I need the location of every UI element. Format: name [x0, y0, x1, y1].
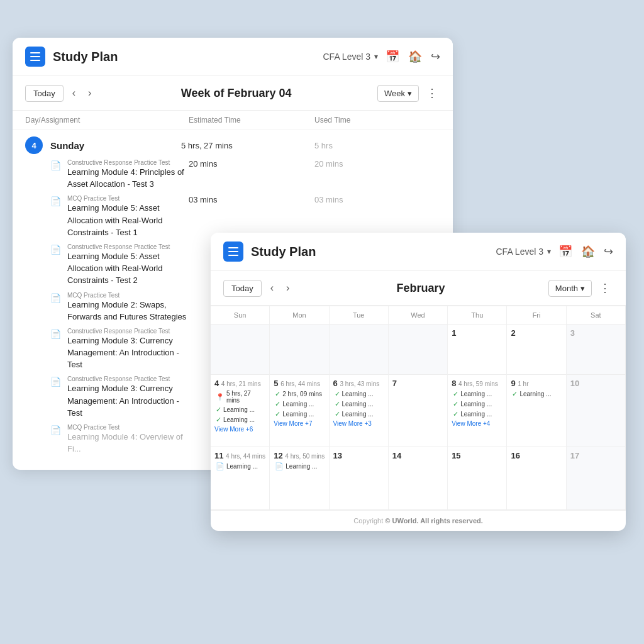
weekday-thu: Thu — [448, 306, 507, 325]
view-more-button[interactable]: View More +3 — [333, 420, 384, 427]
event-label: Learning ... — [223, 416, 255, 423]
logout-icon[interactable]: ↪ — [431, 50, 440, 64]
day-number: 17 — [570, 451, 621, 460]
check-icon: ✓ — [216, 406, 221, 414]
assignment-name[interactable]: Learning Module 3: Currency Management: … — [67, 384, 179, 417]
copyright-label: Copyright — [353, 517, 383, 525]
assignment-name[interactable]: Learning Module 5: Asset Allocation with… — [67, 203, 163, 236]
cal-event: ✓Learning ... — [214, 415, 265, 425]
cal-cell-15[interactable]: 15 — [448, 447, 507, 510]
view-more-button[interactable]: View More +4 — [452, 420, 502, 427]
cal-cell-6[interactable]: 6 3 hrs, 43 mins ✓Learning ... ✓Learning… — [330, 375, 389, 447]
cal-cell-9[interactable]: 9 1 hr ✓Learning ... — [507, 375, 566, 447]
check-icon: ✓ — [275, 400, 280, 408]
event-label: Learning ... — [460, 401, 492, 408]
check-icon: ✓ — [453, 390, 458, 398]
day-badge-4: 4 — [25, 136, 43, 154]
cal-cell-8[interactable]: 8 4 hrs, 59 mins ✓Learning ... ✓Learning… — [448, 375, 507, 447]
cal-event: ✓Learning ... — [333, 409, 384, 419]
level-selector[interactable]: CFA Level 3 ▾ — [496, 247, 552, 257]
today-button[interactable]: Today — [223, 280, 262, 297]
cal-event: ✓Learning ... — [511, 389, 562, 399]
doc-icon: 📄 — [50, 293, 61, 303]
month-view-card: Study Plan CFA Level 3 ▾ 📅 🏠 ↪ Today ‹ ›… — [211, 233, 626, 531]
chevron-down-icon: ▾ — [580, 284, 585, 293]
day-number: 16 — [511, 451, 562, 460]
cal-cell-empty — [389, 325, 448, 375]
assignment-name[interactable]: Learning Module 3: Currency Management: … — [67, 336, 179, 369]
view-selector[interactable]: Week ▾ — [377, 85, 419, 102]
assign-used: 03 mins — [314, 195, 440, 204]
day-estimated: 5 hrs, 27 mins — [181, 141, 307, 150]
chevron-down-icon: ▾ — [408, 89, 412, 98]
back-card-title: Study Plan — [53, 50, 316, 64]
day-number: 2 — [511, 328, 562, 338]
event-label: Learning ... — [519, 391, 551, 397]
more-options-icon[interactable]: ⋮ — [597, 279, 613, 297]
level-selector[interactable]: CFA Level 3 ▾ — [323, 52, 379, 62]
cal-cell-4[interactable]: 4 4 hrs, 21 mins 📍5 hrs, 27 mins ✓Learni… — [211, 375, 270, 447]
check-icon: ✓ — [512, 390, 518, 398]
day-number: 5 6 hrs, 44 mins — [274, 379, 325, 388]
event-label: Learning ... — [286, 463, 317, 470]
assign-time: 03 mins — [189, 195, 314, 204]
check-icon: ✓ — [335, 400, 340, 408]
day-number: 8 4 hrs, 59 mins — [452, 379, 502, 388]
calendar-icon[interactable]: 📅 — [386, 50, 399, 64]
doc-icon: 📄 — [50, 377, 61, 387]
view-selector[interactable]: Month ▾ — [548, 280, 592, 297]
level-label: CFA Level 3 — [496, 247, 544, 257]
cal-event: ✓2 hrs, 09 mins — [274, 389, 325, 399]
assign-used: 20 mins — [314, 159, 440, 169]
check-icon: ✓ — [335, 390, 340, 398]
day-number: 14 — [392, 451, 443, 460]
cal-cell-11[interactable]: 11 4 hrs, 44 mins 📄Learning ... — [211, 447, 270, 510]
menu-button[interactable] — [25, 47, 45, 67]
month-toolbar: Today ‹ › February Month ▾ ⋮ — [211, 271, 626, 306]
cal-cell-3[interactable]: 3 — [567, 325, 626, 375]
day-number: 9 1 hr — [511, 379, 562, 388]
assignment-name[interactable]: Learning Module 2: Swaps, Forwards and F… — [67, 300, 186, 321]
more-options-icon[interactable]: ⋮ — [424, 84, 440, 103]
weekday-sat: Sat — [567, 306, 626, 325]
cal-cell-14[interactable]: 14 — [389, 447, 448, 510]
menu-button[interactable] — [223, 242, 243, 262]
pin-icon: 📍 — [216, 393, 225, 401]
doc-icon: 📄 — [50, 329, 61, 339]
cal-event: ✓Learning ... — [333, 389, 384, 399]
cal-cell-5[interactable]: 5 6 hrs, 44 mins ✓2 hrs, 09 mins ✓Learni… — [270, 375, 329, 447]
cal-cell-13[interactable]: 13 — [330, 447, 389, 510]
cal-cell-2[interactable]: 2 — [507, 325, 566, 375]
copyright-entity: © UWorld. All rights reserved. — [385, 517, 482, 525]
cal-cell-17[interactable]: 17 — [567, 447, 626, 510]
week-toolbar: Today ‹ › Week of February 04 Week ▾ ⋮ — [13, 76, 453, 111]
calendar-grid: Sun Mon Tue Wed Thu Fri Sat 1 2 3 4 4 hr… — [211, 306, 626, 510]
assignment-name[interactable]: Learning Module 5: Asset Allocation with… — [67, 252, 163, 285]
cal-event: 📄Learning ... — [274, 462, 325, 471]
home-icon[interactable]: 🏠 — [581, 245, 595, 258]
cal-cell-16[interactable]: 16 — [507, 447, 566, 510]
event-label: Learning ... — [460, 391, 492, 397]
calendar-icon[interactable]: 📅 — [558, 245, 572, 258]
cal-cell-12[interactable]: 12 4 hrs, 50 mins 📄Learning ... — [270, 447, 329, 510]
cal-cell-1[interactable]: 1 — [448, 325, 507, 375]
view-more-button[interactable]: View More +6 — [214, 426, 265, 433]
chevron-down-icon: ▾ — [374, 52, 378, 61]
next-week-button[interactable]: › — [84, 85, 95, 101]
assignment-name[interactable]: Learning Module 4: Overview of Fi... — [67, 432, 183, 453]
level-label: CFA Level 3 — [323, 52, 371, 62]
prev-week-button[interactable]: ‹ — [69, 85, 79, 101]
cal-cell-7[interactable]: 7 — [389, 375, 448, 447]
prev-month-button[interactable]: ‹ — [267, 280, 277, 296]
assignment-name[interactable]: Learning Module 4: Principles of Asset A… — [67, 167, 184, 189]
today-button[interactable]: Today — [25, 85, 64, 102]
event-label: Learning ... — [226, 463, 258, 470]
table-header: Day/Assignment Estimated Time Used Time — [13, 111, 453, 130]
assignment-type: Constructive Response Practice Test — [67, 375, 189, 382]
front-card-title: Study Plan — [251, 245, 489, 259]
next-month-button[interactable]: › — [282, 280, 293, 296]
cal-cell-10[interactable]: 10 — [567, 375, 626, 447]
logout-icon[interactable]: ↪ — [604, 245, 613, 258]
view-more-button[interactable]: View More +7 — [274, 420, 325, 427]
home-icon[interactable]: 🏠 — [408, 50, 422, 64]
